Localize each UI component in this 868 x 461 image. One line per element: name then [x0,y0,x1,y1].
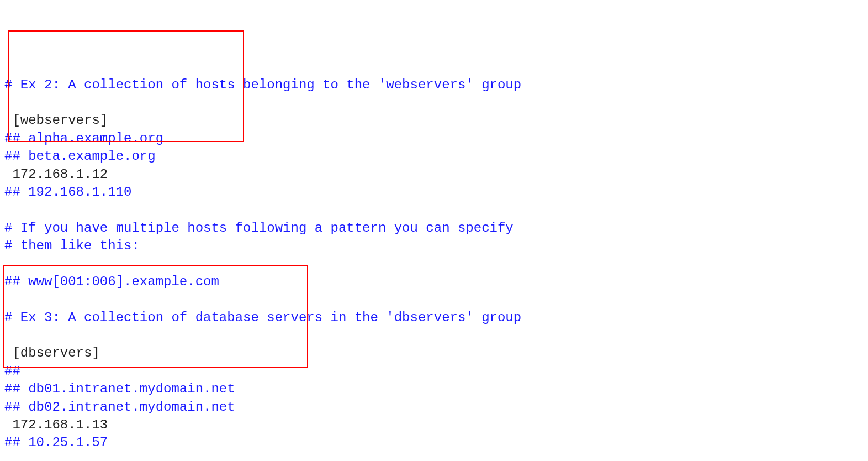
code-block: # Ex 2: A collection of hosts belonging … [4,76,864,461]
code-line: # them like this: [4,237,864,255]
code-line [4,291,864,308]
code-line: 172.168.1.12 [4,166,864,184]
code-line: [webservers] [4,112,864,129]
code-line: ## [4,363,864,380]
code-line [4,452,864,461]
code-line: # Ex 3: A collection of database servers… [4,309,864,327]
code-line [4,201,864,219]
code-line: ## alpha.example.org [4,130,864,148]
code-line [4,255,864,273]
code-line: ## beta.example.org [4,148,864,165]
code-line: ## db01.intranet.mydomain.net [4,380,864,398]
code-line: ## db02.intranet.mydomain.net [4,399,864,416]
code-line: # Ex 2: A collection of hosts belonging … [4,76,864,94]
code-line: 172.168.1.13 [4,416,864,434]
code-line: ## 192.168.1.110 [4,184,864,201]
code-line: ## 10.25.1.57 [4,434,864,452]
code-line: # If you have multiple hosts following a… [4,219,864,237]
code-line [4,94,864,112]
code-line: ## www[001:006].example.com [4,273,864,291]
code-line [4,327,864,344]
code-line: [dbservers] [4,344,864,362]
